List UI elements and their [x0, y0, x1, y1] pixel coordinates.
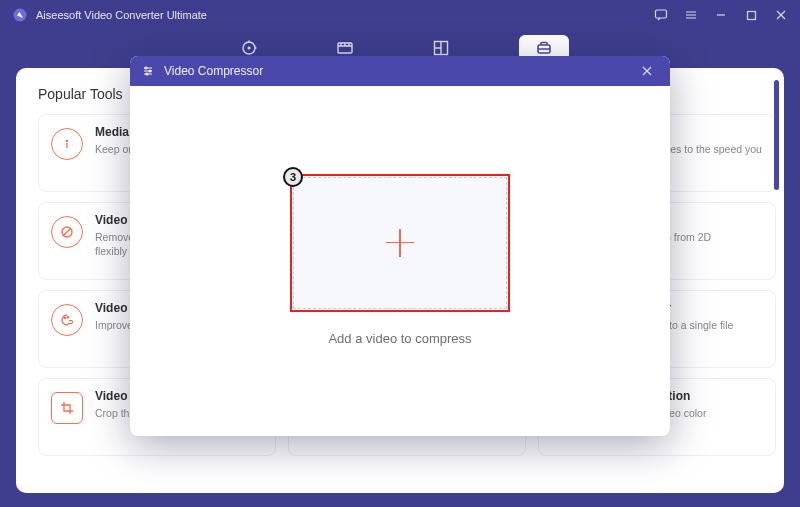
remove-watermark-icon [51, 216, 83, 248]
maximize-icon[interactable] [736, 0, 766, 30]
svg-rect-1 [656, 10, 667, 18]
svg-point-21 [149, 70, 151, 72]
svg-point-22 [146, 73, 148, 75]
dropzone-caption: Add a video to compress [328, 331, 471, 346]
sliders-icon [142, 64, 156, 78]
annotation-step-badge: 3 [283, 167, 303, 187]
svg-point-8 [66, 140, 67, 141]
titlebar: Aiseesoft Video Converter Ultimate [0, 0, 800, 30]
dialog-title: Video Compressor [164, 64, 263, 78]
add-video-dropzone[interactable] [293, 177, 507, 309]
dialog-close-button[interactable] [636, 60, 658, 82]
palette-icon [51, 304, 83, 336]
dialog-body: 3 Add a video to compress [130, 86, 670, 436]
crop-icon [51, 392, 83, 424]
svg-point-13 [67, 317, 68, 318]
menu-icon[interactable] [676, 0, 706, 30]
close-icon[interactable] [766, 0, 796, 30]
plus-icon [386, 229, 414, 257]
feedback-icon[interactable] [646, 0, 676, 30]
scrollbar-thumb[interactable] [774, 80, 779, 190]
app-window: Aiseesoft Video Converter Ultimate Popul… [0, 0, 800, 507]
app-logo-icon [12, 7, 28, 23]
minimize-icon[interactable] [706, 0, 736, 30]
window-controls [646, 0, 796, 30]
svg-point-4 [248, 47, 251, 50]
svg-point-12 [64, 317, 65, 318]
video-compressor-dialog: Video Compressor 3 Add a video to compre… [130, 56, 670, 436]
dialog-header: Video Compressor [130, 56, 670, 86]
info-icon [51, 128, 83, 160]
svg-rect-2 [747, 11, 755, 19]
app-title: Aiseesoft Video Converter Ultimate [36, 9, 207, 21]
svg-point-20 [145, 67, 147, 69]
